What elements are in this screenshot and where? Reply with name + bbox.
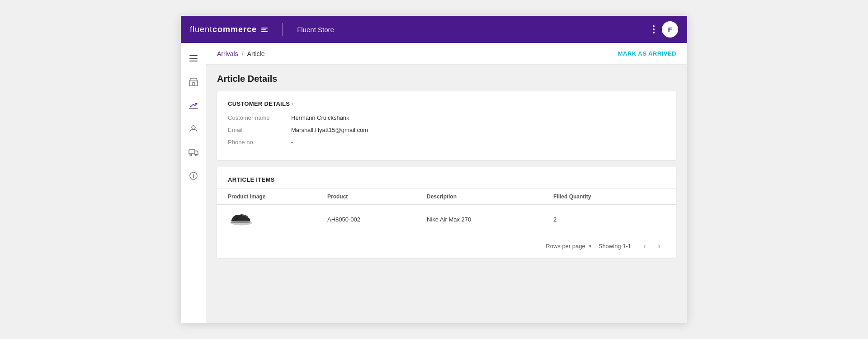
- product-image-shoe: [228, 210, 255, 228]
- svg-rect-0: [189, 55, 198, 56]
- sidebar-item-info[interactable]: [184, 166, 203, 186]
- value-phone: -: [291, 139, 293, 146]
- label-customer-name: Customer name: [228, 114, 291, 121]
- detail-row-phone: Phone no. -: [228, 139, 665, 146]
- page-content: Article Details CUSTOMER DETAILS - Custo…: [206, 65, 687, 323]
- product-image-cell: [228, 210, 327, 228]
- article-items-title: ARTICLE ITEMS: [217, 176, 676, 189]
- user-avatar[interactable]: F: [662, 21, 678, 38]
- breadcrumb-current: Article: [247, 50, 265, 57]
- label-email: Email: [228, 127, 291, 133]
- sidebar-item-menu[interactable]: [184, 48, 203, 68]
- value-customer-name: Hermann Cruickshank: [291, 114, 349, 121]
- sidebar-item-arrivals[interactable]: [184, 95, 203, 115]
- logo-area: fluentcommerce Fluent Store: [190, 23, 334, 36]
- store-name: Fluent Store: [297, 26, 334, 33]
- rows-per-page-dropdown-icon[interactable]: ▾: [589, 244, 591, 249]
- svg-point-5: [192, 126, 195, 129]
- sidebar-item-delivery[interactable]: [184, 142, 203, 162]
- sidebar-item-store[interactable]: [184, 72, 203, 92]
- table-header: Product Image Product Description Filled…: [217, 189, 676, 205]
- svg-rect-1: [189, 58, 198, 59]
- showing-text: Showing 1-1: [599, 243, 631, 250]
- pagination-bar: Rows per page ▾ Showing 1-1 ‹ ›: [217, 234, 676, 258]
- col-header-image: Product Image: [228, 193, 327, 200]
- col-header-quantity: Filled Quantity: [553, 193, 626, 200]
- svg-rect-2: [189, 61, 198, 61]
- logo-text: fluentcommerce: [190, 25, 268, 34]
- logo-icon: fluentcommerce: [190, 25, 268, 34]
- col-header-description: Description: [427, 193, 553, 200]
- label-phone: Phone no.: [228, 139, 291, 146]
- article-items-card: ARTICLE ITEMS Product Image Product Desc…: [217, 167, 676, 258]
- content-area: Arrivals / Article MARK AS ARRIVED Artic…: [206, 43, 687, 323]
- svg-rect-3: [189, 81, 198, 86]
- value-email: Marshall.Hyatt15@gmail.com: [291, 127, 368, 133]
- breadcrumb-bar: Arrivals / Article MARK AS ARRIVED: [206, 43, 687, 65]
- customer-details-title: CUSTOMER DETAILS -: [228, 100, 665, 107]
- customer-details-card: CUSTOMER DETAILS - Customer name Hermann…: [217, 91, 676, 160]
- next-page-button[interactable]: ›: [653, 240, 665, 252]
- product-quantity: 2: [553, 216, 626, 223]
- pagination-arrows: ‹ ›: [638, 240, 665, 252]
- svg-rect-4: [192, 83, 195, 86]
- table-row: AH8050-002 Nike Air Max 270 2: [217, 205, 676, 234]
- col-header-product: Product: [327, 193, 427, 200]
- page-title: Article Details: [217, 74, 676, 84]
- svg-point-8: [195, 154, 197, 156]
- rows-per-page-label: Rows per page: [546, 243, 585, 250]
- svg-rect-6: [189, 150, 195, 154]
- main-layout: Arrivals / Article MARK AS ARRIVED Artic…: [181, 43, 687, 323]
- top-nav-right: F: [653, 21, 678, 38]
- top-navigation: fluentcommerce Fluent Store F: [181, 16, 687, 43]
- sidebar-item-customers[interactable]: [184, 119, 203, 139]
- svg-point-11: [193, 174, 194, 175]
- more-options-icon[interactable]: [653, 25, 655, 33]
- sidebar: [181, 43, 206, 323]
- prev-page-button[interactable]: ‹: [638, 240, 651, 252]
- product-sku: AH8050-002: [327, 216, 427, 223]
- product-description: Nike Air Max 270: [427, 216, 553, 223]
- svg-point-7: [190, 154, 192, 156]
- logo-divider: [282, 23, 283, 36]
- breadcrumb: Arrivals / Article: [217, 50, 264, 57]
- mark-as-arrived-button[interactable]: MARK AS ARRIVED: [618, 50, 676, 57]
- breadcrumb-parent[interactable]: Arrivals: [217, 50, 238, 57]
- detail-row-name: Customer name Hermann Cruickshank: [228, 114, 665, 121]
- detail-row-email: Email Marshall.Hyatt15@gmail.com: [228, 127, 665, 133]
- rows-per-page: Rows per page ▾: [546, 243, 591, 250]
- breadcrumb-separator: /: [242, 50, 244, 57]
